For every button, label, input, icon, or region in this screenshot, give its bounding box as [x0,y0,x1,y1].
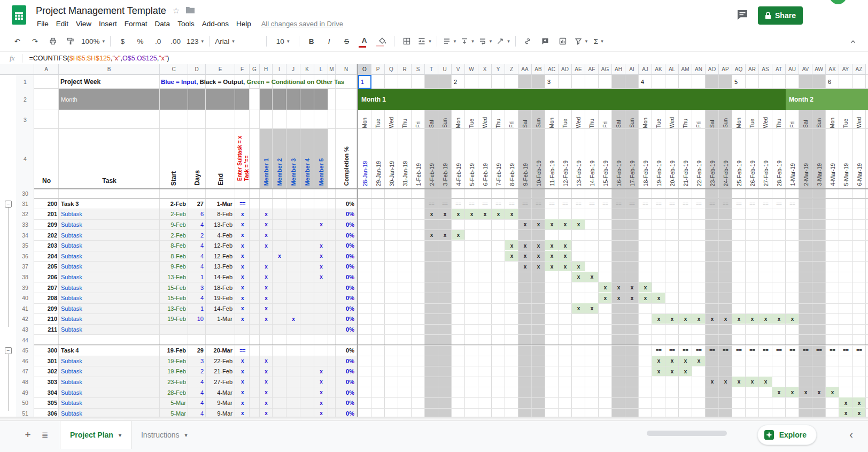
gantt-eq-cell[interactable]: == [625,198,639,209]
row-header[interactable]: 36 [16,251,34,262]
member-x-cell[interactable]: x [260,377,273,387]
start-cell[interactable]: 19-Feb [160,366,186,377]
member-x-cell[interactable]: x [260,262,273,272]
gantt-x-cell[interactable]: x [505,240,518,251]
gantt-eq-cell[interactable]: == [732,198,746,209]
flag-cell[interactable]: x [235,293,250,303]
completion-cell[interactable]: 0% [336,209,354,220]
subtask-name-cell[interactable]: Subtask [61,408,160,417]
member-x-cell[interactable]: x [315,408,328,417]
member-x-cell[interactable]: x [315,397,328,408]
italic-button[interactable]: I [321,35,337,48]
row-header[interactable]: 50 [16,397,34,408]
member-x-cell[interactable]: x [260,366,273,377]
star-icon[interactable]: ☆ [173,6,180,16]
flag-cell[interactable]: x [235,219,250,230]
row-header[interactable]: 34 [16,230,34,241]
end-cell[interactable]: 4-Mar [206,387,232,398]
gantt-x-cell[interactable]: x [478,209,492,220]
gantt-x-cell[interactable]: x [518,262,532,272]
flag-cell[interactable]: x [235,366,250,377]
week-number[interactable]: 4 [639,75,652,89]
column-header[interactable]: W [465,64,478,75]
member-x-cell[interactable]: x [273,251,286,262]
gantt-x-cell[interactable]: x [639,293,652,303]
number-format-button[interactable]: 123▾ [185,35,205,48]
completion-cell[interactable]: 0% [336,240,354,251]
column-header[interactable]: AQ [732,64,746,75]
column-header[interactable]: O [358,64,371,75]
no-cell[interactable]: 210 [34,314,57,325]
decrease-decimal-button[interactable]: .0 [150,35,166,48]
gantt-eq-cell[interactable]: == [492,198,505,209]
gantt-x-cell[interactable]: x [652,314,665,325]
member-x-cell[interactable]: x [260,397,273,408]
gantt-x-cell[interactable]: x [652,356,665,366]
subtask-name-cell[interactable]: Subtask [61,262,160,272]
gantt-eq-cell[interactable]: == [786,198,799,209]
undo-button[interactable]: ↶ [9,35,26,48]
start-cell[interactable]: 2-Feb [160,198,186,209]
gantt-eq-cell[interactable]: == [652,198,665,209]
column-header[interactable]: AY [839,64,852,75]
column-header[interactable]: V [452,64,465,75]
gantt-x-cell[interactable]: x [799,387,812,398]
column-header[interactable]: H [260,64,273,75]
completion-cell[interactable]: 0% [336,387,354,398]
days-cell[interactable]: 4 [188,377,204,387]
column-header[interactable]: T [425,64,438,75]
no-cell[interactable]: 302 [34,366,57,377]
task-name-cell[interactable]: Task 3 [61,198,160,209]
strikethrough-button[interactable]: S [338,35,355,48]
column-header[interactable]: A [34,64,59,75]
completion-cell[interactable]: 0% [336,366,354,377]
sheets-logo-icon[interactable] [12,5,26,25]
fill-color-button[interactable] [374,35,390,48]
menu-format[interactable]: Format [121,19,151,29]
insert-chart-button[interactable] [555,35,571,48]
member-x-cell[interactable]: x [260,230,273,241]
flag-cell[interactable]: x [235,387,250,398]
gantt-eq-cell[interactable]: == [759,198,772,209]
gantt-x-cell[interactable]: x [759,314,772,325]
column-header[interactable]: G [250,64,260,75]
column-header[interactable]: R [398,64,412,75]
start-cell[interactable]: 19-Feb [160,314,186,325]
gantt-eq-cell[interactable]: == [679,198,692,209]
days-cell[interactable]: 4 [188,262,204,272]
member-x-cell[interactable]: x [260,356,273,366]
print-button[interactable] [44,35,61,48]
gantt-x-cell[interactable]: x [559,251,572,262]
gantt-eq-cell[interactable]: == [478,198,492,209]
gantt-x-cell[interactable]: x [786,314,799,325]
column-header[interactable]: AJ [639,64,652,75]
flag-cell[interactable]: x [235,272,250,282]
member-x-cell[interactable]: x [260,387,273,398]
completion-cell[interactable]: 0% [336,198,354,209]
gantt-x-cell[interactable]: x [532,262,545,272]
column-header[interactable]: AM [679,64,692,75]
doc-title[interactable]: Project Management Template [36,5,166,17]
format-percent-button[interactable]: % [132,35,149,48]
column-header[interactable]: C [160,64,188,75]
completion-cell[interactable]: 0% [336,377,354,387]
horizontal-scrollbar[interactable] [647,431,727,436]
completion-cell[interactable]: 0% [336,262,354,272]
days-cell[interactable]: 1 [188,303,204,314]
gantt-x-cell[interactable]: x [852,397,866,408]
merge-cells-button[interactable]: ▾ [416,35,433,48]
flag-cell[interactable]: x [235,282,250,293]
gantt-eq-cell[interactable]: == [839,345,852,356]
end-cell[interactable]: 1-Mar [206,314,232,325]
gantt-eq-cell[interactable]: == [679,345,692,356]
days-cell[interactable]: 4 [188,293,204,303]
flag-cell[interactable]: x [235,262,250,272]
gantt-x-cell[interactable]: x [679,356,692,366]
font-family-select[interactable]: Arial▾ [213,35,262,48]
column-header[interactable]: AH [612,64,625,75]
gantt-x-cell[interactable]: x [532,219,545,230]
row-header[interactable]: 33 [16,219,34,230]
increase-decimal-button[interactable]: .00 [167,35,184,48]
week-number[interactable]: 5 [732,75,746,89]
column-header[interactable]: P [371,64,385,75]
